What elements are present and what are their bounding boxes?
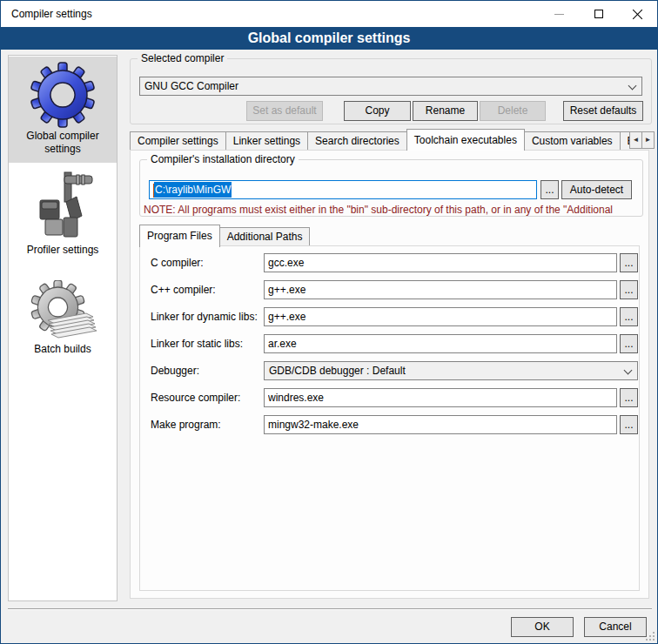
chevron-down-icon: [624, 366, 633, 375]
blue-gear-icon: [30, 62, 96, 128]
install-dir-input[interactable]: C:\raylib\MinGW: [149, 180, 537, 199]
settings-sidebar: Global compiler settings Profiler settin…: [8, 55, 118, 601]
sidebar-item-label: Global compiler settings: [9, 130, 117, 161]
titlebar[interactable]: Compiler settings: [1, 1, 657, 27]
selected-compiler-group: Selected compiler GNU GCC Compiler Set a…: [130, 58, 652, 124]
make-program-browse-button[interactable]: ...: [620, 415, 638, 434]
close-icon: [633, 9, 643, 19]
maximize-icon: [594, 10, 603, 18]
footer-separator: [8, 608, 652, 610]
tab-build-options[interactable]: Builc: [620, 131, 629, 151]
set-as-default-button[interactable]: Set as default: [246, 101, 323, 121]
copy-button[interactable]: Copy: [344, 101, 411, 121]
right-arrow-icon: ►: [645, 136, 652, 144]
debugger-value: GDB/CDB debugger : Default: [269, 365, 406, 377]
installation-directory-group: Compiler's installation directory C:\ray…: [139, 159, 643, 217]
linker-static-input[interactable]: [264, 334, 617, 353]
tab-custom-variables[interactable]: Custom variables: [524, 131, 621, 151]
compiler-tabs: Compiler settings Linker settings Search…: [130, 128, 629, 151]
install-dir-value: C:\raylib\MinGW: [154, 182, 232, 198]
toolchain-subtabs: Program Files Additional Paths: [139, 225, 309, 246]
window-title: Compiler settings: [11, 1, 92, 27]
tab-linker-settings[interactable]: Linker settings: [225, 131, 308, 151]
reset-defaults-button[interactable]: Reset defaults: [563, 101, 643, 121]
linker-dynamic-browse-button[interactable]: ...: [620, 307, 638, 326]
field-label-cpp-compiler: C++ compiler:: [151, 280, 216, 299]
rename-button[interactable]: Rename: [413, 101, 478, 121]
debugger-dropdown[interactable]: GDB/CDB debugger : Default: [264, 361, 638, 380]
field-label-make-program: Make program:: [151, 415, 221, 434]
minimize-icon: [554, 14, 564, 15]
subtab-additional-paths[interactable]: Additional Paths: [219, 227, 311, 246]
sidebar-item-global-compiler-settings[interactable]: Global compiler settings: [9, 57, 117, 163]
c-compiler-input[interactable]: [264, 253, 617, 272]
tab-compiler-settings[interactable]: Compiler settings: [130, 131, 226, 151]
linker-dynamic-input[interactable]: [264, 307, 617, 326]
bin-subdirectory-note: NOTE: All programs must exist either in …: [144, 204, 641, 216]
field-label-resource-compiler: Resource compiler:: [151, 388, 240, 407]
resource-compiler-browse-button[interactable]: ...: [620, 388, 638, 407]
c-compiler-browse-button[interactable]: ...: [620, 253, 638, 272]
delete-button[interactable]: Delete: [480, 101, 546, 121]
tab-toolchain-executables[interactable]: Toolchain executables: [406, 129, 525, 151]
sidebar-item-label: Batch builds: [9, 343, 117, 361]
auto-detect-button[interactable]: Auto-detect: [561, 180, 632, 199]
field-label-debugger: Debugger:: [151, 361, 199, 380]
tab-search-directories[interactable]: Search directories: [307, 131, 407, 151]
cancel-button[interactable]: Cancel: [584, 617, 647, 637]
resource-compiler-input[interactable]: [264, 388, 617, 407]
sidebar-item-batch-builds[interactable]: Batch builds: [9, 275, 117, 376]
tab-scroll-right-button[interactable]: ►: [641, 131, 655, 149]
field-label-linker-dynamic: Linker for dynamic libs:: [151, 307, 258, 326]
close-button[interactable]: [618, 1, 657, 27]
caliper-icon: [28, 171, 97, 242]
ok-button[interactable]: OK: [511, 617, 574, 637]
chevron-down-icon: [628, 82, 637, 91]
sidebar-item-profiler-settings[interactable]: Profiler settings: [9, 165, 117, 259]
dialog-banner: Global compiler settings: [1, 27, 657, 50]
tab-scroll-left-button[interactable]: ◄: [629, 131, 642, 149]
install-dir-browse-button[interactable]: ...: [540, 180, 559, 199]
field-label-linker-static: Linker for static libs:: [151, 334, 243, 353]
resize-grip-icon[interactable]: [646, 632, 655, 641]
maximize-button[interactable]: [579, 1, 618, 27]
cpp-compiler-input[interactable]: [264, 280, 617, 299]
make-program-input[interactable]: [264, 415, 617, 434]
selected-compiler-dropdown[interactable]: GNU GCC Compiler: [139, 77, 642, 96]
cpp-compiler-browse-button[interactable]: ...: [620, 280, 638, 299]
sidebar-item-label: Profiler settings: [9, 244, 117, 262]
left-arrow-icon: ◄: [633, 136, 640, 144]
linker-static-browse-button[interactable]: ...: [620, 334, 638, 353]
subtab-program-files[interactable]: Program Files: [139, 225, 220, 247]
minimize-button[interactable]: [540, 1, 579, 27]
gray-gear-stack-icon: [29, 280, 97, 341]
compiler-settings-dialog: Compiler settings Global compiler settin…: [0, 0, 658, 644]
field-label-c-compiler: C compiler:: [151, 253, 204, 272]
selected-compiler-value: GNU GCC Compiler: [144, 80, 238, 92]
installation-directory-group-label: Compiler's installation directory: [147, 153, 299, 165]
selected-compiler-group-label: Selected compiler: [138, 52, 227, 64]
program-files-page: C compiler: ... C++ compiler: ... Linker…: [139, 245, 640, 591]
toolchain-executables-page: Compiler's installation directory C:\ray…: [130, 150, 649, 599]
